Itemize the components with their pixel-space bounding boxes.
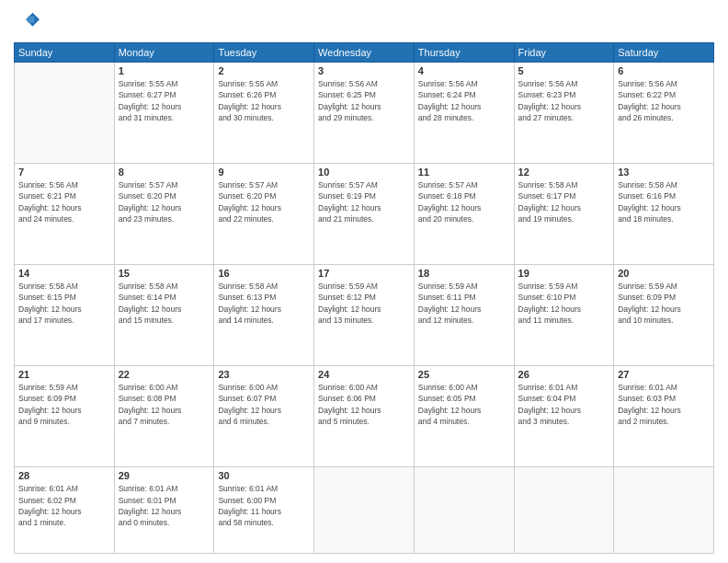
- day-info: Sunrise: 5:58 AM Sunset: 6:16 PM Dayligh…: [618, 179, 710, 224]
- calendar-cell: 11Sunrise: 5:57 AM Sunset: 6:18 PM Dayli…: [414, 164, 514, 265]
- day-info: Sunrise: 5:58 AM Sunset: 6:15 PM Dayligh…: [18, 281, 110, 326]
- calendar-cell: 6Sunrise: 5:56 AM Sunset: 6:22 PM Daylig…: [614, 63, 714, 164]
- day-number: 28: [18, 470, 110, 481]
- day-number: 20: [618, 268, 710, 279]
- day-number: 27: [618, 369, 710, 380]
- day-number: 21: [18, 369, 110, 380]
- calendar-cell: 27Sunrise: 6:01 AM Sunset: 6:03 PM Dayli…: [614, 366, 714, 467]
- day-info: Sunrise: 5:59 AM Sunset: 6:10 PM Dayligh…: [518, 281, 610, 326]
- logo: [14, 9, 43, 35]
- col-header-monday: Monday: [114, 43, 214, 63]
- day-number: 4: [418, 65, 510, 76]
- day-number: 8: [119, 167, 210, 178]
- day-number: 10: [318, 167, 410, 178]
- calendar-cell: 5Sunrise: 5:56 AM Sunset: 6:23 PM Daylig…: [514, 63, 614, 164]
- day-info: Sunrise: 6:01 AM Sunset: 6:01 PM Dayligh…: [119, 483, 210, 528]
- day-number: 14: [18, 268, 110, 279]
- day-info: Sunrise: 6:01 AM Sunset: 6:00 PM Dayligh…: [218, 483, 310, 528]
- day-info: Sunrise: 5:58 AM Sunset: 6:17 PM Dayligh…: [518, 179, 610, 224]
- day-number: 1: [119, 65, 210, 76]
- calendar-cell: 13Sunrise: 5:58 AM Sunset: 6:16 PM Dayli…: [614, 164, 714, 265]
- calendar-cell: 16Sunrise: 5:58 AM Sunset: 6:13 PM Dayli…: [214, 265, 314, 366]
- calendar-cell: 20Sunrise: 5:59 AM Sunset: 6:09 PM Dayli…: [614, 265, 714, 366]
- day-number: 19: [518, 268, 610, 279]
- day-info: Sunrise: 5:56 AM Sunset: 6:21 PM Dayligh…: [18, 179, 110, 224]
- day-number: 23: [218, 369, 310, 380]
- calendar-table: SundayMondayTuesdayWednesdayThursdayFrid…: [14, 42, 714, 554]
- day-info: Sunrise: 5:57 AM Sunset: 6:20 PM Dayligh…: [119, 179, 210, 224]
- calendar-cell: 25Sunrise: 6:00 AM Sunset: 6:05 PM Dayli…: [414, 366, 514, 467]
- day-number: 17: [318, 268, 410, 279]
- day-info: Sunrise: 5:55 AM Sunset: 6:27 PM Dayligh…: [119, 78, 210, 123]
- day-info: Sunrise: 5:58 AM Sunset: 6:14 PM Dayligh…: [119, 281, 210, 326]
- day-number: 11: [418, 167, 510, 178]
- calendar-cell: 12Sunrise: 5:58 AM Sunset: 6:17 PM Dayli…: [514, 164, 614, 265]
- header: [14, 9, 714, 35]
- week-row-3: 14Sunrise: 5:58 AM Sunset: 6:15 PM Dayli…: [15, 265, 714, 366]
- day-number: 22: [119, 369, 210, 380]
- day-info: Sunrise: 5:59 AM Sunset: 6:09 PM Dayligh…: [618, 281, 710, 326]
- day-number: 26: [518, 369, 610, 380]
- calendar-cell: [414, 467, 514, 554]
- calendar-cell: 26Sunrise: 6:01 AM Sunset: 6:04 PM Dayli…: [514, 366, 614, 467]
- day-number: 3: [318, 65, 410, 76]
- header-row: SundayMondayTuesdayWednesdayThursdayFrid…: [15, 43, 714, 63]
- day-info: Sunrise: 5:57 AM Sunset: 6:18 PM Dayligh…: [418, 179, 510, 224]
- week-row-5: 28Sunrise: 6:01 AM Sunset: 6:02 PM Dayli…: [15, 467, 714, 554]
- calendar-cell: 18Sunrise: 5:59 AM Sunset: 6:11 PM Dayli…: [414, 265, 514, 366]
- week-row-4: 21Sunrise: 5:59 AM Sunset: 6:09 PM Dayli…: [15, 366, 714, 467]
- col-header-wednesday: Wednesday: [314, 43, 415, 63]
- col-header-tuesday: Tuesday: [214, 43, 314, 63]
- calendar-cell: 7Sunrise: 5:56 AM Sunset: 6:21 PM Daylig…: [15, 164, 115, 265]
- day-info: Sunrise: 5:59 AM Sunset: 6:12 PM Dayligh…: [318, 281, 410, 326]
- calendar-cell: 21Sunrise: 5:59 AM Sunset: 6:09 PM Dayli…: [15, 366, 115, 467]
- day-number: 24: [318, 369, 410, 380]
- day-info: Sunrise: 5:58 AM Sunset: 6:13 PM Dayligh…: [218, 281, 310, 326]
- day-info: Sunrise: 5:56 AM Sunset: 6:25 PM Dayligh…: [318, 78, 410, 123]
- day-info: Sunrise: 5:56 AM Sunset: 6:24 PM Dayligh…: [418, 78, 510, 123]
- day-number: 15: [119, 268, 210, 279]
- calendar-cell: 22Sunrise: 6:00 AM Sunset: 6:08 PM Dayli…: [114, 366, 214, 467]
- day-info: Sunrise: 6:00 AM Sunset: 6:07 PM Dayligh…: [218, 382, 310, 427]
- day-info: Sunrise: 5:59 AM Sunset: 6:11 PM Dayligh…: [418, 281, 510, 326]
- day-info: Sunrise: 5:59 AM Sunset: 6:09 PM Dayligh…: [18, 382, 110, 427]
- day-info: Sunrise: 6:01 AM Sunset: 6:04 PM Dayligh…: [518, 382, 610, 427]
- calendar-cell: 15Sunrise: 5:58 AM Sunset: 6:14 PM Dayli…: [114, 265, 214, 366]
- col-header-friday: Friday: [514, 43, 614, 63]
- day-number: 25: [418, 369, 510, 380]
- day-info: Sunrise: 5:56 AM Sunset: 6:23 PM Dayligh…: [518, 78, 610, 123]
- calendar-cell: 14Sunrise: 5:58 AM Sunset: 6:15 PM Dayli…: [15, 265, 115, 366]
- day-info: Sunrise: 6:00 AM Sunset: 6:06 PM Dayligh…: [318, 382, 410, 427]
- day-number: 16: [218, 268, 310, 279]
- day-info: Sunrise: 6:00 AM Sunset: 6:08 PM Dayligh…: [119, 382, 210, 427]
- calendar-cell: 10Sunrise: 5:57 AM Sunset: 6:19 PM Dayli…: [314, 164, 415, 265]
- day-number: 9: [218, 167, 310, 178]
- week-row-1: 1Sunrise: 5:55 AM Sunset: 6:27 PM Daylig…: [15, 63, 714, 164]
- day-info: Sunrise: 5:55 AM Sunset: 6:26 PM Dayligh…: [218, 78, 310, 123]
- day-number: 2: [218, 65, 310, 76]
- svg-marker-1: [28, 16, 34, 22]
- col-header-saturday: Saturday: [614, 43, 714, 63]
- day-info: Sunrise: 6:01 AM Sunset: 6:02 PM Dayligh…: [18, 483, 110, 528]
- calendar-cell: 1Sunrise: 5:55 AM Sunset: 6:27 PM Daylig…: [114, 63, 214, 164]
- calendar-cell: [15, 63, 115, 164]
- day-number: 18: [418, 268, 510, 279]
- day-number: 29: [119, 470, 210, 481]
- col-header-sunday: Sunday: [15, 43, 115, 63]
- day-info: Sunrise: 6:00 AM Sunset: 6:05 PM Dayligh…: [418, 382, 510, 427]
- calendar-cell: 4Sunrise: 5:56 AM Sunset: 6:24 PM Daylig…: [414, 63, 514, 164]
- day-number: 12: [518, 167, 610, 178]
- calendar-cell: 24Sunrise: 6:00 AM Sunset: 6:06 PM Dayli…: [314, 366, 415, 467]
- day-info: Sunrise: 5:57 AM Sunset: 6:19 PM Dayligh…: [318, 179, 410, 224]
- calendar-cell: 9Sunrise: 5:57 AM Sunset: 6:20 PM Daylig…: [214, 164, 314, 265]
- day-info: Sunrise: 5:57 AM Sunset: 6:20 PM Dayligh…: [218, 179, 310, 224]
- day-info: Sunrise: 5:56 AM Sunset: 6:22 PM Dayligh…: [618, 78, 710, 123]
- page: SundayMondayTuesdayWednesdayThursdayFrid…: [0, 0, 728, 563]
- calendar-cell: 3Sunrise: 5:56 AM Sunset: 6:25 PM Daylig…: [314, 63, 415, 164]
- day-number: 7: [18, 167, 110, 178]
- calendar-cell: 28Sunrise: 6:01 AM Sunset: 6:02 PM Dayli…: [15, 467, 115, 554]
- calendar-cell: [614, 467, 714, 554]
- logo-icon: [14, 9, 40, 35]
- day-number: 13: [618, 167, 710, 178]
- calendar-cell: [314, 467, 415, 554]
